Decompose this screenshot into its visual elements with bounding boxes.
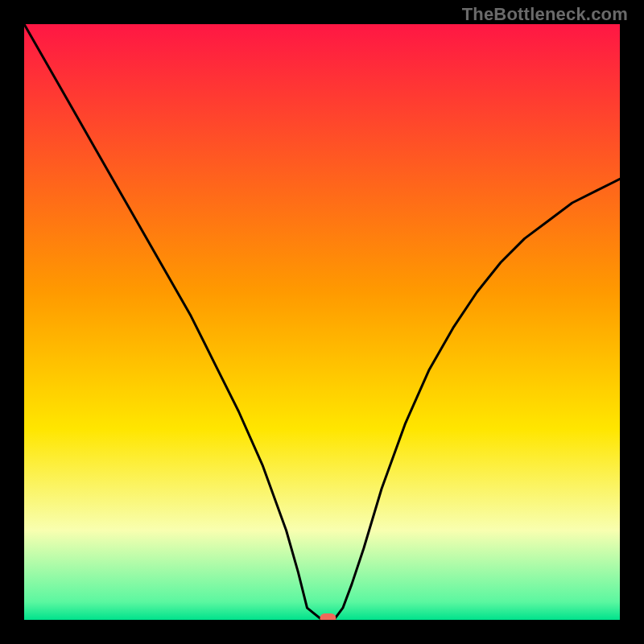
gradient-background [24, 24, 620, 620]
chart-svg [24, 24, 620, 620]
watermark-text: TheBottleneck.com [462, 4, 628, 25]
plot-area [24, 24, 620, 620]
optimum-marker [320, 613, 336, 620]
chart-frame: TheBottleneck.com [0, 0, 644, 644]
